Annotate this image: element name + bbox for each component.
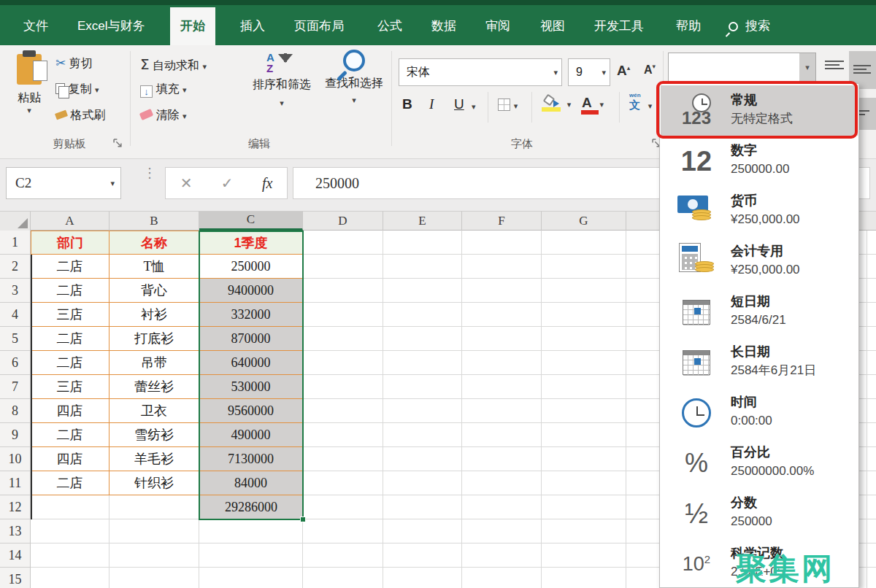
row-header-15[interactable]: 15 xyxy=(0,568,30,588)
tab-developer[interactable]: 开发工具 xyxy=(584,7,654,45)
cell-b3[interactable]: 背心 xyxy=(110,279,199,303)
tab-review[interactable]: 审阅 xyxy=(475,7,520,45)
cut-button[interactable]: ✂ 剪切 xyxy=(55,55,93,71)
search-box[interactable]: 搜索 xyxy=(729,7,770,45)
row-header-2[interactable]: 2 xyxy=(0,255,30,279)
format-option-time[interactable]: 时间 0:00:00 xyxy=(661,387,858,438)
row-header-5[interactable]: 5 xyxy=(0,327,30,351)
cell-a5[interactable]: 二店 xyxy=(31,327,110,351)
row-header-8[interactable]: 8 xyxy=(0,399,30,423)
find-select-dropdown-arrow[interactable]: ▾ xyxy=(314,96,394,105)
row-header-4[interactable]: 4 xyxy=(0,303,30,327)
tab-file[interactable]: 文件 xyxy=(13,7,58,45)
phonetic-dropdown-arrow[interactable]: ▾ xyxy=(648,101,653,110)
clear-button[interactable]: 清除 ▾ xyxy=(140,108,186,123)
font-name-dropdown-arrow[interactable]: ▾ xyxy=(553,59,558,85)
cancel-entry-icon[interactable]: ✕ xyxy=(180,174,193,192)
cell-b4[interactable]: 衬衫 xyxy=(110,303,199,327)
format-option-short-date[interactable]: 短日期 2584/6/21 xyxy=(661,287,858,337)
number-format-dropdown-arrow[interactable]: ▾ xyxy=(799,53,815,81)
italic-button[interactable]: I xyxy=(429,96,434,112)
column-header-f[interactable]: F xyxy=(462,212,542,231)
cell-b8[interactable]: 卫衣 xyxy=(110,399,199,423)
borders-button[interactable]: ▾ xyxy=(498,98,518,112)
clipboard-dialog-launcher-icon[interactable] xyxy=(113,139,123,148)
row-header-11[interactable]: 11 xyxy=(0,471,30,495)
tab-view[interactable]: 视图 xyxy=(530,7,575,45)
cell-a7[interactable]: 三店 xyxy=(31,375,110,399)
column-header-a[interactable]: A xyxy=(31,212,110,231)
tab-help[interactable]: 帮助 xyxy=(666,7,711,45)
name-box-dropdown-arrow[interactable]: ▾ xyxy=(110,168,115,198)
insert-function-icon[interactable]: fx xyxy=(262,175,272,192)
row-header-3[interactable]: 3 xyxy=(0,279,30,303)
tab-data[interactable]: 数据 xyxy=(421,7,466,45)
select-all-corner[interactable] xyxy=(0,212,31,231)
borders-dropdown-arrow[interactable]: ▾ xyxy=(514,101,518,110)
font-size-combobox[interactable]: 9▾ xyxy=(568,58,610,86)
format-option-fraction[interactable]: ½ 分数 250000 xyxy=(661,488,858,538)
format-option-accounting[interactable]: 会计专用 ¥250,000.00 xyxy=(661,236,858,287)
fill-color-dropdown-arrow[interactable]: ▾ xyxy=(567,100,572,109)
sort-filter-button[interactable]: AZ 排序和筛选 ▾ xyxy=(245,53,318,108)
cell-a8[interactable]: 四店 xyxy=(31,399,110,423)
name-box[interactable]: C2 ▾ xyxy=(6,167,121,199)
underline-button[interactable]: U xyxy=(454,96,464,112)
cell-b2[interactable]: T恤 xyxy=(110,255,199,279)
grow-font-button[interactable]: A▴ xyxy=(617,63,630,79)
row-header-1[interactable]: 1 xyxy=(0,231,30,255)
column-header-d[interactable]: D xyxy=(303,212,383,231)
align-lines-icon[interactable] xyxy=(825,58,844,71)
cell-b5[interactable]: 打底衫 xyxy=(110,327,199,351)
paste-dropdown-arrow[interactable]: ▾ xyxy=(9,106,50,115)
tab-insert[interactable]: 插入 xyxy=(230,7,275,45)
enter-entry-icon[interactable]: ✓ xyxy=(221,174,234,192)
shrink-font-button[interactable]: A▾ xyxy=(644,63,656,77)
row-header-10[interactable]: 10 xyxy=(0,447,30,471)
font-size-dropdown-arrow[interactable]: ▾ xyxy=(602,59,606,85)
format-option-number[interactable]: 12 数字 250000.00 xyxy=(661,136,858,186)
underline-dropdown-arrow[interactable]: ▾ xyxy=(472,102,476,112)
cell-a9[interactable]: 二店 xyxy=(31,423,110,447)
bold-button[interactable]: B xyxy=(402,96,412,112)
column-header-b[interactable]: B xyxy=(110,212,199,231)
autosum-button[interactable]: Σ 自动求和 ▾ xyxy=(140,55,207,74)
row-header-12[interactable]: 12 xyxy=(0,495,30,519)
sort-filter-dropdown-arrow[interactable]: ▾ xyxy=(245,98,318,108)
row-header-9[interactable]: 9 xyxy=(0,423,30,447)
copy-button[interactable]: 复制 ▾ xyxy=(55,82,99,97)
number-format-combobox[interactable]: ▾ xyxy=(668,53,816,82)
fill-color-button[interactable]: ▾ xyxy=(542,96,571,111)
cell-a11[interactable]: 二店 xyxy=(31,471,110,495)
format-option-percentage[interactable]: % 百分比 25000000.00% xyxy=(661,438,858,488)
cell-b7[interactable]: 蕾丝衫 xyxy=(110,375,199,399)
format-option-currency[interactable]: 货币 ¥250,000.00 xyxy=(661,186,858,236)
column-header-e[interactable]: E xyxy=(383,212,462,231)
row-header-14[interactable]: 14 xyxy=(0,543,30,568)
font-color-button[interactable]: A ▾ xyxy=(582,95,604,111)
format-painter-button[interactable]: 格式刷 xyxy=(55,108,105,123)
font-name-combobox[interactable]: 宋体▾ xyxy=(399,58,562,86)
tab-home[interactable]: 开始 xyxy=(170,7,215,45)
cell-b11[interactable]: 针织衫 xyxy=(110,471,199,495)
tab-excel-finance[interactable]: Excel与财务 xyxy=(67,7,155,45)
column-header-g[interactable]: G xyxy=(542,212,626,231)
cell-b9[interactable]: 雪纺衫 xyxy=(110,423,199,447)
cell-a10[interactable]: 四店 xyxy=(31,447,110,471)
format-option-long-date[interactable]: 长日期 2584年6月21日 xyxy=(661,337,858,387)
tab-page-layout[interactable]: 页面布局 xyxy=(284,7,354,45)
cell-a1[interactable]: 部门 xyxy=(31,231,110,255)
cell-a6[interactable]: 二店 xyxy=(31,351,110,375)
cell-b6[interactable]: 吊带 xyxy=(110,351,199,375)
paste-button[interactable]: 粘贴 ▾ xyxy=(9,54,50,115)
column-header-c[interactable]: C xyxy=(199,212,303,231)
row-header-6[interactable]: 6 xyxy=(0,351,30,375)
row-header-7[interactable]: 7 xyxy=(0,375,30,399)
cell-a3[interactable]: 二店 xyxy=(31,279,110,303)
cell-b10[interactable]: 羊毛衫 xyxy=(110,447,199,471)
cell-b1[interactable]: 名称 xyxy=(110,231,199,255)
row-header-13[interactable]: 13 xyxy=(0,519,30,543)
cell-a4[interactable]: 三店 xyxy=(31,303,110,327)
cell-a2[interactable]: 二店 xyxy=(31,255,110,279)
fill-button[interactable]: ↓ 填充 ▾ xyxy=(140,82,186,98)
